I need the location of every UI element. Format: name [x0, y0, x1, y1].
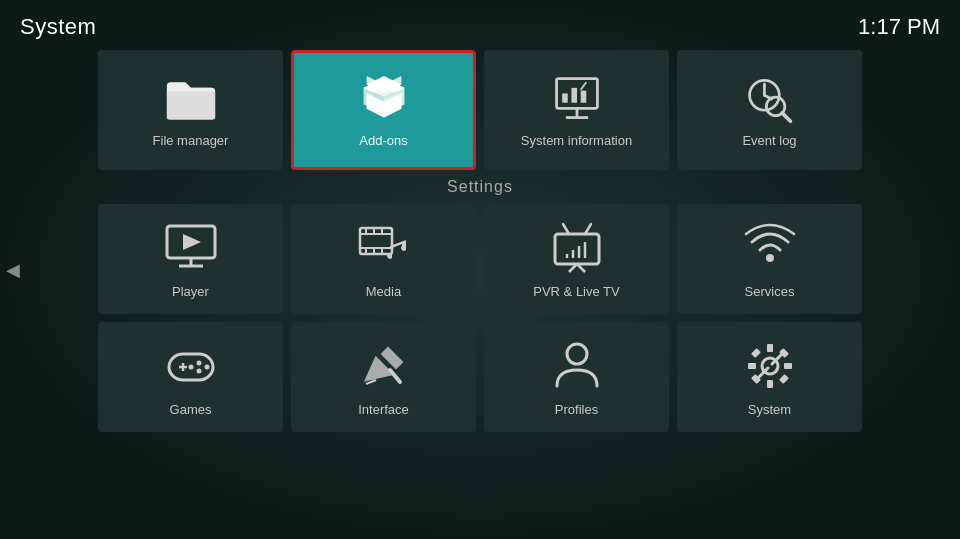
- svg-marker-23: [183, 234, 201, 250]
- svg-rect-24: [360, 228, 392, 254]
- games-icon: [163, 338, 219, 394]
- tile-event-log[interactable]: Event log: [677, 50, 862, 170]
- svg-point-51: [567, 344, 587, 364]
- svg-rect-11: [562, 93, 568, 102]
- tile-system[interactable]: System: [677, 322, 862, 432]
- tile-file-manager-label: File manager: [153, 133, 229, 148]
- svg-point-48: [196, 368, 201, 373]
- folder-icon: [165, 73, 217, 125]
- tile-profiles-label: Profiles: [555, 402, 598, 417]
- tile-services[interactable]: Services: [677, 204, 862, 314]
- profiles-icon: [549, 338, 605, 394]
- tile-pvr-live-tv[interactable]: PVR & Live TV: [484, 204, 669, 314]
- svg-rect-33: [555, 234, 599, 264]
- tile-media[interactable]: Media: [291, 204, 476, 314]
- tile-interface[interactable]: Interface: [291, 322, 476, 432]
- tile-sysinfo-label: System information: [521, 133, 632, 148]
- clock: 1:17 PM: [858, 14, 940, 40]
- tile-system-label: System: [748, 402, 791, 417]
- svg-point-49: [188, 364, 193, 369]
- eventlog-icon: [744, 73, 796, 125]
- tile-add-ons-label: Add-ons: [359, 133, 407, 148]
- svg-point-47: [204, 364, 209, 369]
- tile-add-ons[interactable]: Add-ons: [291, 50, 476, 170]
- settings-grid: Player Media: [0, 204, 960, 432]
- tile-games-label: Games: [170, 402, 212, 417]
- tile-player[interactable]: Player: [98, 204, 283, 314]
- svg-point-42: [766, 254, 774, 262]
- svg-rect-55: [748, 363, 756, 369]
- svg-marker-3: [366, 93, 383, 117]
- tile-event-log-label: Event log: [742, 133, 796, 148]
- pvr-icon: [549, 220, 605, 276]
- services-icon: [742, 220, 798, 276]
- media-icon: [356, 220, 412, 276]
- svg-rect-12: [571, 87, 577, 102]
- svg-rect-54: [767, 380, 773, 388]
- tile-system-information[interactable]: System information: [484, 50, 669, 170]
- tile-file-manager[interactable]: File manager: [98, 50, 283, 170]
- top-row: File manager: [0, 50, 960, 170]
- addons-box-icon: [358, 69, 410, 121]
- svg-rect-53: [767, 344, 773, 352]
- sysinfo-icon: [551, 73, 603, 125]
- settings-row-2: Games Interface: [60, 322, 900, 432]
- player-icon: [163, 220, 219, 276]
- tile-media-label: Media: [366, 284, 401, 299]
- header: System 1:17 PM: [0, 0, 960, 50]
- svg-rect-1: [166, 91, 214, 119]
- page-title: System: [20, 14, 96, 40]
- svg-rect-60: [779, 374, 789, 384]
- svg-rect-13: [580, 90, 586, 102]
- page: System 1:17 PM ◀ File manager: [0, 0, 960, 539]
- tile-profiles[interactable]: Profiles: [484, 322, 669, 432]
- svg-marker-4: [384, 93, 401, 117]
- system-icon: [742, 338, 798, 394]
- tile-services-label: Services: [745, 284, 795, 299]
- tile-games[interactable]: Games: [98, 322, 283, 432]
- settings-row-1: Player Media: [60, 204, 900, 314]
- left-arrow-icon: ◀: [6, 259, 20, 281]
- tile-player-label: Player: [172, 284, 209, 299]
- settings-label: Settings: [0, 178, 960, 196]
- interface-icon: [356, 338, 412, 394]
- svg-marker-7: [366, 76, 401, 93]
- tile-interface-label: Interface: [358, 402, 409, 417]
- svg-rect-57: [751, 348, 761, 358]
- svg-line-19: [782, 112, 790, 120]
- svg-point-46: [196, 360, 201, 365]
- tile-pvr-label: PVR & Live TV: [533, 284, 619, 299]
- svg-line-14: [580, 82, 586, 89]
- svg-rect-56: [784, 363, 792, 369]
